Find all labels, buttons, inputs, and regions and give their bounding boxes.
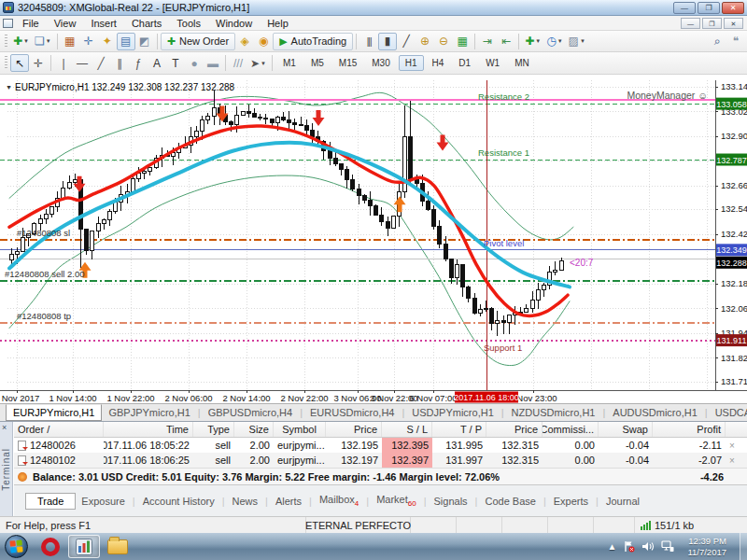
terminal-tab-code-base[interactable]: Code Base bbox=[479, 494, 541, 509]
network-icon[interactable] bbox=[661, 540, 674, 553]
taskbar-mt4-button[interactable] bbox=[68, 535, 100, 558]
column-header-tp[interactable]: T / P bbox=[432, 422, 486, 437]
title-bar[interactable]: 32045809: XMGlobal-Real 22 - [EURJPYmicr… bbox=[0, 0, 747, 16]
cursor-icon[interactable]: ↖ bbox=[10, 54, 29, 72]
dropdown-arrow-icon[interactable]: ▼ bbox=[557, 38, 563, 44]
candle-chart-icon[interactable]: ▮ bbox=[378, 33, 397, 50]
new-chart-icon[interactable]: ✚▼ bbox=[10, 33, 32, 50]
close-order-icon[interactable]: × bbox=[726, 453, 739, 468]
autotrading-button[interactable]: ▶AutoTrading bbox=[273, 33, 353, 50]
market-watch-icon[interactable]: ▦ bbox=[61, 33, 79, 50]
taskbar-explorer-button[interactable] bbox=[102, 535, 134, 558]
taskbar-clock[interactable]: 12:39 PM 11/7/2017 bbox=[681, 536, 733, 557]
terminal-tab-trade[interactable]: Trade bbox=[25, 493, 76, 510]
speaker-icon[interactable] bbox=[641, 540, 655, 553]
ellipse-icon[interactable]: ● bbox=[185, 54, 204, 72]
equidistant-channel-icon[interactable]: ∥ bbox=[110, 54, 129, 72]
timeframe-h1[interactable]: H1 bbox=[399, 55, 424, 71]
menu-charts[interactable]: Charts bbox=[124, 17, 169, 30]
chart-tab-gbpjpymicro[interactable]: GBPJPYmicro,H1 bbox=[102, 404, 196, 421]
chat-icon[interactable]: ❝ bbox=[726, 33, 745, 50]
tray-expand-icon[interactable]: ▲ bbox=[608, 541, 617, 552]
fibonacci-icon[interactable]: ƒ bbox=[129, 54, 148, 72]
timeframe-m30[interactable]: M30 bbox=[365, 55, 396, 71]
search-icon[interactable]: ⌕ bbox=[708, 33, 726, 50]
column-header-order[interactable]: Order / bbox=[14, 422, 104, 437]
close-button[interactable]: ✕ bbox=[722, 2, 744, 14]
terminal-tab-account-history[interactable]: Account History bbox=[137, 494, 220, 509]
mdi-restore-button[interactable]: ❐ bbox=[702, 18, 722, 29]
timeframe-m15[interactable]: M15 bbox=[332, 55, 363, 71]
mql-market-icon[interactable]: ◉ bbox=[254, 33, 273, 50]
column-header-time[interactable]: Time bbox=[104, 422, 193, 437]
column-header-swap[interactable]: Swap bbox=[599, 422, 653, 437]
chart-tab-eurjpymicro[interactable]: EURJPYmicro,H1 bbox=[6, 404, 102, 421]
data-window-icon[interactable]: ✛ bbox=[79, 33, 98, 50]
dropdown-arrow-icon[interactable]: ▼ bbox=[23, 38, 29, 44]
menu-tools[interactable]: Tools bbox=[169, 17, 208, 30]
rectangle-icon[interactable]: ▬ bbox=[204, 54, 222, 72]
zoom-out-icon[interactable]: ⊖ bbox=[434, 33, 453, 50]
taskbar-opera-button[interactable] bbox=[35, 535, 66, 558]
column-header-type[interactable]: Type bbox=[193, 422, 234, 437]
menu-file[interactable]: File bbox=[15, 17, 47, 30]
timeframe-m5[interactable]: M5 bbox=[304, 55, 331, 71]
indicators-icon[interactable]: ✚▼ bbox=[522, 33, 543, 50]
line-chart-icon[interactable]: ╱ bbox=[397, 33, 416, 50]
dropdown-arrow-icon[interactable]: ▼ bbox=[261, 61, 266, 66]
action-center-flag-icon[interactable] bbox=[623, 540, 635, 553]
trendline-icon[interactable]: ╱ bbox=[92, 54, 110, 72]
terminal-close-icon[interactable]: × bbox=[2, 424, 7, 432]
metaeditor-icon[interactable]: ◈ bbox=[235, 33, 254, 50]
dropdown-arrow-icon[interactable]: ▼ bbox=[580, 38, 585, 44]
terminal-tab-news[interactable]: News bbox=[227, 494, 264, 509]
terminal-tab-journal[interactable]: Journal bbox=[600, 494, 645, 509]
vertical-line-icon[interactable]: | bbox=[54, 54, 73, 72]
menu-insert[interactable]: Insert bbox=[83, 17, 124, 30]
chart-tab-gbpusdmicro[interactable]: GBPUSDmicro,H4 bbox=[202, 404, 299, 421]
tile-windows-icon[interactable]: ▦ bbox=[453, 33, 472, 50]
column-header-commissi[interactable]: Commissi... bbox=[543, 422, 599, 437]
hatch-icon[interactable]: /// bbox=[229, 54, 247, 72]
templates-icon[interactable]: ▨▼ bbox=[566, 33, 588, 50]
minimize-button[interactable]: — bbox=[673, 2, 696, 14]
chart-tab-audusdmicro[interactable]: AUDUSDmicro,H1 bbox=[606, 404, 703, 421]
menu-window[interactable]: Window bbox=[208, 17, 260, 30]
child-window-icon[interactable] bbox=[3, 19, 13, 28]
price-chart[interactable]: Resistance 2Resistance 1Pivot levelSuppo… bbox=[0, 75, 747, 403]
menu-view[interactable]: View bbox=[47, 17, 84, 30]
dropdown-arrow-icon[interactable]: ▼ bbox=[46, 38, 51, 44]
horizontal-line-icon[interactable]: — bbox=[73, 54, 92, 72]
column-header-sl[interactable]: S / L bbox=[382, 422, 432, 437]
menu-help[interactable]: Help bbox=[260, 17, 296, 30]
status-connection[interactable]: 151/1 kb bbox=[635, 517, 747, 533]
maximize-button[interactable]: ❐ bbox=[698, 2, 720, 14]
terminal-tab-market[interactable]: Market60 bbox=[371, 492, 422, 510]
terminal-tab-mailbox[interactable]: Mailbox4 bbox=[314, 492, 364, 510]
terminal-tab-experts[interactable]: Experts bbox=[548, 494, 594, 509]
auto-scroll-icon[interactable]: ⇥ bbox=[478, 33, 497, 50]
mdi-minimize-button[interactable]: — bbox=[681, 18, 700, 29]
timeframe-d1[interactable]: D1 bbox=[452, 55, 477, 71]
terminal-icon[interactable]: ▤ bbox=[117, 33, 135, 50]
timeframe-mn[interactable]: MN bbox=[508, 55, 536, 71]
crosshair-icon[interactable]: ✛ bbox=[29, 54, 48, 72]
chart-tab-nzdusdmicro[interactable]: NZDUSDmicro,H1 bbox=[505, 404, 602, 421]
periods-icon[interactable]: ◷▼ bbox=[543, 33, 565, 50]
column-header-symbol[interactable]: Symbol bbox=[274, 422, 326, 437]
new-order-button[interactable]: ✚New Order bbox=[161, 33, 235, 50]
arrows-tool-icon[interactable]: ➤▼ bbox=[247, 54, 269, 72]
column-header-profit[interactable]: Profit bbox=[653, 422, 726, 437]
chart-tab-eurusdmicro[interactable]: EURUSDmicro,H4 bbox=[303, 404, 401, 421]
mdi-close-button[interactable]: ✕ bbox=[724, 18, 743, 29]
show-desktop-button[interactable] bbox=[740, 533, 747, 560]
close-order-icon[interactable]: × bbox=[726, 438, 739, 453]
terminal-tab-exposure[interactable]: Exposure bbox=[76, 494, 130, 509]
timeframe-m1[interactable]: M1 bbox=[276, 55, 303, 71]
dropdown-arrow-icon[interactable]: ▼ bbox=[535, 38, 541, 44]
timeframe-w1[interactable]: W1 bbox=[479, 55, 506, 71]
timeframe-h4[interactable]: H4 bbox=[426, 55, 451, 71]
chart-tab-usdjpymicro[interactable]: USDJPYmicro,H1 bbox=[405, 404, 500, 421]
text-icon[interactable]: A bbox=[148, 54, 166, 72]
zoom-in-icon[interactable]: ⊕ bbox=[416, 33, 434, 50]
